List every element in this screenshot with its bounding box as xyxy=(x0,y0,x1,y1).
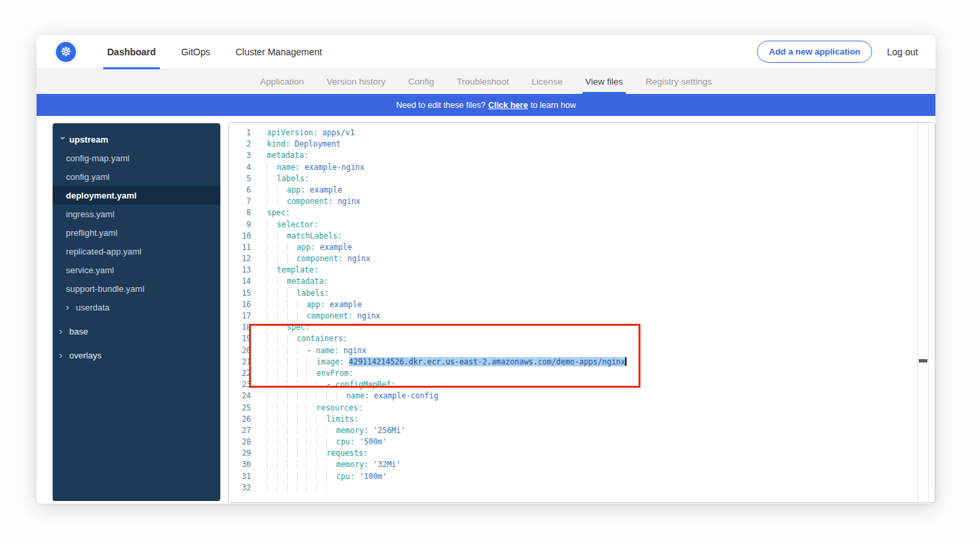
file-tree-item-service-yaml[interactable]: service.yaml xyxy=(53,261,220,279)
indent-guide xyxy=(306,483,316,492)
file-tree-item-support-bundle-yaml[interactable]: support-bundle.yaml xyxy=(53,279,220,298)
subnav-tab-view-files[interactable]: View files xyxy=(585,69,623,94)
code-line-text: app: example xyxy=(262,242,352,253)
file-tree-item-replicated-app-yaml[interactable]: replicated-app.yaml xyxy=(53,242,220,261)
code-line[interactable]: 8spec: xyxy=(229,207,935,219)
file-tree-item-deployment-yaml[interactable]: deployment.yaml xyxy=(53,186,220,205)
code-line[interactable]: 12 component: nginx xyxy=(229,253,935,265)
indent-guide xyxy=(277,472,287,481)
code-line[interactable]: 25 resources: xyxy=(229,402,935,414)
code-line[interactable]: 18 spec: xyxy=(229,322,935,333)
indent-guide xyxy=(277,197,287,206)
indent-guide xyxy=(297,472,307,481)
code-line[interactable]: 20 - name: nginx xyxy=(229,345,935,356)
code-token: '256Mi' xyxy=(368,426,405,435)
indent-guide xyxy=(267,163,277,172)
code-line[interactable]: 27 memory: '256Mi' xyxy=(229,425,935,436)
subnav-tab-license[interactable]: License xyxy=(531,69,563,94)
code-line[interactable]: 31 cpu: '100m' xyxy=(229,471,935,482)
code-token: nginx xyxy=(339,346,367,355)
code-line[interactable]: 15 labels: xyxy=(229,288,935,299)
line-number: 14 xyxy=(229,276,262,287)
indent-guide xyxy=(267,334,277,343)
indent-guide xyxy=(297,311,307,320)
yaml-file-viewer[interactable]: 1apiVersion: apps/v12kind: Deployment3me… xyxy=(228,122,935,503)
code-token: memory: xyxy=(336,460,368,469)
code-line[interactable]: 5 labels: xyxy=(229,173,935,185)
code-line[interactable]: 11 app: example xyxy=(229,242,935,253)
code-line-text: spec: xyxy=(262,207,290,219)
indent-guide xyxy=(267,243,277,252)
code-line[interactable]: 22 envFrom: xyxy=(229,368,935,379)
code-token: spec: xyxy=(287,322,310,332)
code-line[interactable]: 3metadata: xyxy=(229,150,935,161)
file-tree-item-ingress-yaml[interactable]: ingress.yaml xyxy=(53,205,220,223)
code-line[interactable]: 13 template: xyxy=(229,265,935,276)
indent-guide xyxy=(287,472,297,481)
indent-guide xyxy=(326,426,336,435)
scrollbar-thumb[interactable] xyxy=(919,359,927,362)
code-line[interactable]: 26 limits: xyxy=(229,414,935,425)
code-token: matchLabels: xyxy=(287,231,342,241)
logout-link[interactable]: Log out xyxy=(887,47,918,57)
code-line[interactable]: 10 matchLabels: xyxy=(229,231,935,242)
code-line[interactable]: 2kind: Deployment xyxy=(229,139,935,150)
file-tree-item-upstream[interactable]: ›upstream xyxy=(53,130,220,149)
file-tree-item-config-map-yaml[interactable]: config-map.yaml xyxy=(53,149,220,167)
indent-guide xyxy=(277,357,287,366)
code-line-text: memory: '256Mi' xyxy=(262,425,405,436)
code-line[interactable]: 1apiVersion: apps/v1 xyxy=(229,127,935,139)
indent-guide xyxy=(297,403,307,412)
file-tree-item-overlays[interactable]: ›overlays xyxy=(53,346,220,364)
indent-guide xyxy=(306,426,316,435)
app-logo[interactable]: ☸ xyxy=(54,40,78,64)
indent-guide xyxy=(267,380,277,389)
code-line[interactable]: 28 cpu: '500m' xyxy=(229,436,935,448)
code-token: component: xyxy=(306,311,352,320)
code-line[interactable]: 7 component: nginx xyxy=(229,196,935,207)
subnav-tab-config[interactable]: Config xyxy=(408,69,434,94)
code-line[interactable]: 29 requests: xyxy=(229,448,935,459)
nav-tab-cluster-management[interactable]: Cluster Management xyxy=(236,35,322,69)
indent-guide xyxy=(267,483,277,492)
indent-guide xyxy=(287,243,297,252)
banner-click-here-link[interactable]: Click here xyxy=(488,101,528,110)
top-navbar: ☸ DashboardGitOpsCluster Management Add … xyxy=(37,35,935,69)
code-line[interactable]: 16 app: example xyxy=(229,299,935,310)
indent-guide xyxy=(267,276,277,286)
code-line[interactable]: 9 selector: xyxy=(229,219,935,231)
code-token: nginx xyxy=(353,311,381,320)
code-line[interactable]: 24 name: example-config xyxy=(229,390,935,402)
code-line[interactable]: 32 xyxy=(229,482,935,494)
code-line-text: resources: xyxy=(262,402,363,414)
code-line[interactable]: 19 containers: xyxy=(229,333,935,344)
code-line[interactable]: 17 component: nginx xyxy=(229,310,935,322)
code-token: example xyxy=(305,185,342,195)
code-line-text: image: 429114214526.dkr.ecr.us-east-2.am… xyxy=(262,356,626,368)
code-line[interactable]: 6 app: example xyxy=(229,185,935,196)
code-line[interactable]: 4 name: example-nginx xyxy=(229,162,935,173)
indent-guide xyxy=(287,311,297,320)
file-tree-item-preflight-yaml[interactable]: preflight.yaml xyxy=(53,223,220,242)
code-line[interactable]: 23 - configMapRef: xyxy=(229,379,935,390)
file-tree-label: deployment.yaml xyxy=(66,191,136,201)
code-token: metadata: xyxy=(267,151,308,160)
nav-tab-dashboard[interactable]: Dashboard xyxy=(107,35,156,69)
file-tree-item-config-yaml[interactable]: config.yaml xyxy=(53,167,220,186)
add-application-button[interactable]: Add a new application xyxy=(757,41,872,63)
editor-scrollbar[interactable] xyxy=(917,123,929,502)
subnav-tab-registry-settings[interactable]: Registry settings xyxy=(646,69,712,94)
subnav-tab-troubleshoot[interactable]: Troubleshoot xyxy=(457,69,509,94)
code-line[interactable]: 14 metadata: xyxy=(229,276,935,287)
code-token: example xyxy=(325,300,362,309)
code-token: apiVersion: xyxy=(267,128,318,137)
code-token: template: xyxy=(277,265,318,274)
file-tree-item-base[interactable]: ›base xyxy=(53,322,220,340)
code-line[interactable]: 30 memory: '32Mi' xyxy=(229,459,935,470)
code-line[interactable]: 21 image: 429114214526.dkr.ecr.us-east-2… xyxy=(229,356,935,368)
subnav-tab-application[interactable]: Application xyxy=(260,69,304,94)
nav-tab-gitops[interactable]: GitOps xyxy=(181,35,210,69)
indent-guide xyxy=(297,357,307,366)
subnav-tab-version-history[interactable]: Version history xyxy=(327,69,386,94)
file-tree-item-userdata[interactable]: ›userdata xyxy=(53,298,220,316)
